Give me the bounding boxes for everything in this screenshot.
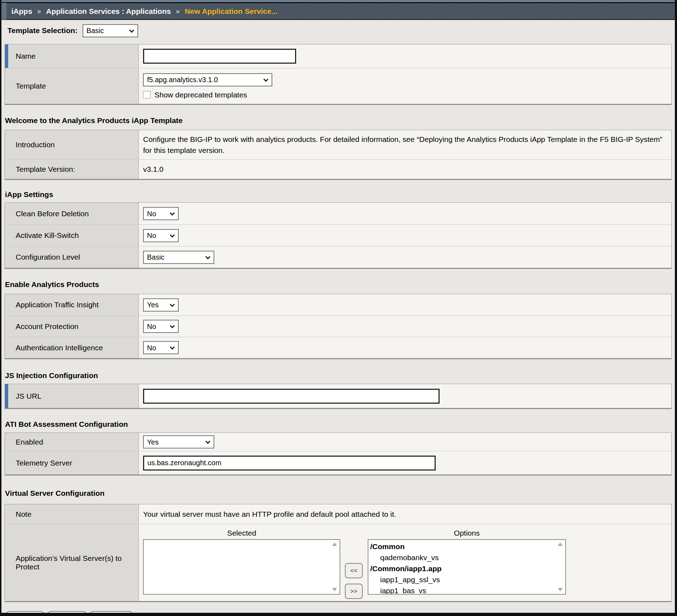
template-version-label: Template Version: <box>16 165 75 174</box>
clean-before-deletion-select-wrap: No <box>143 207 179 220</box>
move-buttons: << >> <box>345 563 363 599</box>
section-heading-welcome: Welcome to the Analytics Products iApp T… <box>5 116 672 125</box>
authentication-intelligence-label: Authentication Intelligence <box>16 344 103 352</box>
note-row: Note Your virtual server must have an HT… <box>5 504 671 524</box>
js-url-input[interactable] <box>143 389 440 404</box>
template-selection-label: Template Selection: <box>7 26 78 35</box>
note-text: Your virtual server must have an HTTP pr… <box>143 510 396 519</box>
application-traffic-insight-label-cell: Application Traffic Insight <box>5 294 139 315</box>
finished-button[interactable]: Finished <box>90 611 132 616</box>
list-option[interactable]: /Common <box>370 541 556 552</box>
account-protection-select[interactable]: No <box>144 320 178 332</box>
template-row: Template f5.apg.analytics.v3.1.0 Show de… <box>5 68 671 104</box>
analytics-table: Application Traffic Insight Yes Account … <box>5 294 672 359</box>
note-label: Note <box>16 510 31 519</box>
clean-before-deletion-label: Clean Before Deletion <box>16 209 89 218</box>
clean-before-deletion-select[interactable]: No <box>144 208 178 219</box>
move-to-selected-button[interactable]: << <box>345 563 363 578</box>
enabled-label: Enabled <box>16 438 43 446</box>
scroll-down-icon[interactable] <box>332 588 337 591</box>
name-label-cell: Name <box>5 44 139 68</box>
template-label: Template <box>16 82 46 90</box>
activate-kill-switch-label-cell: Activate Kill-Switch <box>5 225 139 246</box>
list-option[interactable]: qademobankv_vs <box>370 552 556 563</box>
section-heading-virtual-server: Virtual Server Configuration <box>5 489 672 498</box>
account-protection-label-cell: Account Protection <box>5 316 139 337</box>
template-version-row: Template Version: v3.1.0 <box>5 159 671 179</box>
breadcrumb: iApps » Application Services : Applicati… <box>1 3 675 20</box>
enabled-select[interactable]: Yes <box>144 436 214 448</box>
breadcrumb-current: New Application Service... <box>185 7 278 16</box>
authentication-intelligence-row: Authentication Intelligence No <box>5 337 671 358</box>
introduction-text: Configure the BIG-IP to work with analyt… <box>143 134 663 156</box>
template-selection-select[interactable]: Basic <box>83 25 137 37</box>
name-input[interactable] <box>143 49 296 64</box>
cancel-button[interactable]: Cancel <box>7 611 43 616</box>
list-option[interactable]: iapp1_bas_vs <box>370 585 556 595</box>
template-select[interactable]: f5.apg.analytics.v3.1.0 <box>144 74 272 86</box>
template-version-value: v3.1.0 <box>143 165 163 174</box>
welcome-table: Introduction Configure the BIG-IP to wor… <box>5 130 672 180</box>
authentication-intelligence-select-wrap: No <box>143 341 179 354</box>
configuration-level-select-wrap: Basic <box>143 251 214 264</box>
js-url-label-cell: JS URL <box>5 384 139 408</box>
telemetry-server-label-cell: Telemetry Server <box>5 451 139 474</box>
repeat-button[interactable]: Repeat <box>48 611 86 616</box>
activate-kill-switch-select[interactable]: No <box>144 230 178 241</box>
note-label-cell: Note <box>5 504 139 524</box>
list-option[interactable]: /Common/iapp1.app <box>370 563 556 574</box>
footer-buttons: Cancel Repeat Finished <box>7 611 672 616</box>
configuration-level-label-cell: Configuration Level <box>5 246 139 268</box>
clean-before-deletion-label-cell: Clean Before Deletion <box>5 203 139 224</box>
js-url-row: JS URL <box>5 384 671 408</box>
required-marker <box>5 384 8 408</box>
section-heading-js-injection: JS Injection Configuration <box>5 371 672 380</box>
page: iApps » Application Services : Applicati… <box>0 0 677 616</box>
telemetry-server-input[interactable] <box>143 456 436 471</box>
enabled-row: Enabled Yes <box>5 433 671 451</box>
activate-kill-switch-select-wrap: No <box>143 229 179 242</box>
configuration-level-label: Configuration Level <box>16 253 80 261</box>
authentication-intelligence-label-cell: Authentication Intelligence <box>5 337 139 358</box>
application-traffic-insight-label: Application Traffic Insight <box>16 301 99 309</box>
options-column: Options /Common qademobankv_vs /Common/i… <box>368 528 566 595</box>
selected-header: Selected <box>143 528 340 539</box>
section-heading-ati-bot: ATI Bot Assessment Configuration <box>5 420 672 429</box>
protect-row: Application’s Virtual Server(s) to Prote… <box>5 524 671 601</box>
scroll-up-icon[interactable] <box>558 542 563 546</box>
move-to-options-button[interactable]: >> <box>345 584 363 599</box>
section-heading-enable-analytics: Enable Analytics Products <box>5 280 672 289</box>
account-protection-select-wrap: No <box>143 320 179 333</box>
list-option[interactable]: iapp1_apg_ssl_vs <box>370 574 556 585</box>
show-deprecated-label: Show deprecated templates <box>154 91 247 99</box>
scroll-up-icon[interactable] <box>332 542 337 546</box>
template-selection-row: Template Selection: Basic <box>7 24 672 37</box>
protect-label-cell: Application’s Virtual Server(s) to Prote… <box>5 524 139 601</box>
template-label-cell: Template <box>5 68 139 104</box>
scroll-down-icon[interactable] <box>558 588 563 591</box>
application-traffic-insight-select[interactable]: Yes <box>144 299 178 311</box>
account-protection-row: Account Protection No <box>5 315 671 337</box>
selected-listbox[interactable] <box>143 539 340 595</box>
breadcrumb-link-applications[interactable]: Application Services : Applications <box>46 7 170 16</box>
enabled-select-wrap: Yes <box>143 435 214 448</box>
introduction-label-cell: Introduction <box>5 130 139 159</box>
options-header: Options <box>368 528 566 539</box>
js-url-label: JS URL <box>16 392 41 400</box>
name-label: Name <box>16 52 36 60</box>
telemetry-server-row: Telemetry Server <box>5 451 671 474</box>
name-row: Name <box>5 44 671 68</box>
authentication-intelligence-select[interactable]: No <box>144 342 178 354</box>
activate-kill-switch-label: Activate Kill-Switch <box>16 231 79 240</box>
template-version-label-cell: Template Version: <box>5 160 139 179</box>
account-protection-label: Account Protection <box>16 322 78 331</box>
section-heading-iapp-settings: iApp Settings <box>5 190 672 199</box>
breadcrumb-link-iapps[interactable]: iApps <box>11 7 32 16</box>
configuration-level-select[interactable]: Basic <box>144 251 214 263</box>
activate-kill-switch-row: Activate Kill-Switch No <box>5 224 671 246</box>
show-deprecated-checkbox[interactable] <box>143 91 151 99</box>
service-table: Name Template f5.apg.analytics.v3.1.0 <box>5 44 672 105</box>
options-listbox[interactable]: /Common qademobankv_vs /Common/iapp1.app… <box>368 539 566 595</box>
application-traffic-insight-select-wrap: Yes <box>143 298 179 312</box>
ati-bot-table: Enabled Yes Telemetry Server <box>5 432 672 476</box>
